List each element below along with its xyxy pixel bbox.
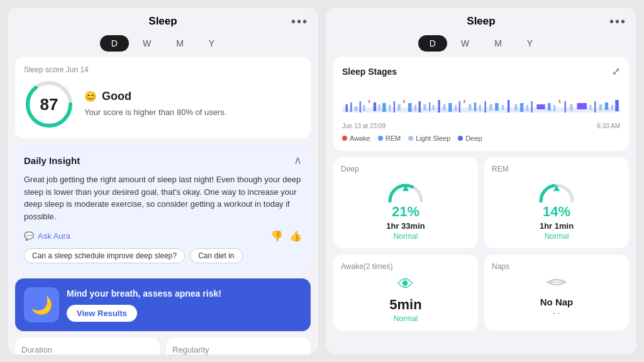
legend-light: Light Sleep	[408, 134, 450, 142]
suggestion-chip-1[interactable]: Can diet in	[190, 248, 242, 263]
svg-rect-52	[615, 100, 619, 111]
svg-rect-26	[459, 101, 460, 112]
chevron-up-icon	[294, 155, 302, 166]
svg-rect-47	[589, 105, 591, 110]
svg-rect-30	[479, 105, 481, 111]
svg-rect-6	[360, 101, 361, 112]
svg-rect-28	[469, 104, 471, 111]
right-header: Sleep •••	[326, 8, 636, 33]
stages-svg	[342, 82, 620, 120]
svg-rect-46	[577, 103, 586, 109]
tab-d-right[interactable]: D	[418, 35, 447, 52]
left-header: Sleep •••	[8, 8, 318, 33]
svg-rect-16	[408, 103, 412, 112]
svg-rect-3	[346, 104, 348, 112]
score-header: Sleep score Jun 14	[24, 65, 302, 74]
left-title: Sleep	[148, 15, 177, 28]
tab-m-right[interactable]: M	[483, 35, 513, 52]
deep-percent: 21%	[392, 204, 419, 220]
nap-icon	[545, 275, 568, 294]
feedback-buttons: 👎 👍	[270, 230, 302, 242]
promo-button[interactable]: View Results	[67, 305, 137, 322]
svg-rect-4	[350, 102, 352, 112]
svg-rect-25	[455, 105, 457, 111]
suggestion-chip-0[interactable]: Can a sleep schedule improve deep sleep?	[24, 248, 185, 263]
score-circle: 87	[24, 79, 74, 129]
legend-awake: Awake	[342, 134, 370, 142]
svg-rect-11	[382, 103, 386, 112]
rem-time: 1hr 1min	[540, 221, 574, 231]
eye-icon: 👁	[397, 275, 414, 294]
deep-legend-dot	[458, 136, 463, 141]
svg-rect-19	[423, 104, 426, 111]
svg-rect-14	[397, 104, 400, 111]
stages-expand-button[interactable]: ⤢	[612, 65, 620, 77]
svg-rect-51	[611, 105, 613, 110]
stages-time-end: 6:33 AM	[597, 123, 620, 129]
rem-legend-dot	[378, 136, 383, 141]
svg-rect-27	[464, 100, 465, 103]
rem-percent: 14%	[543, 204, 570, 220]
deep-legend-label: Deep	[465, 134, 482, 142]
svg-rect-32	[489, 104, 492, 111]
legend-deep: Deep	[458, 134, 482, 142]
nap-text: No Nap	[540, 297, 574, 307]
svg-rect-23	[443, 104, 445, 111]
suggestion-chips: Can a sleep schedule improve deep sleep?…	[24, 248, 302, 263]
right-more-button[interactable]: •••	[609, 14, 626, 29]
svg-rect-43	[559, 100, 560, 103]
left-content: Sleep score Jun 14 87 😊 Good	[8, 57, 318, 354]
left-panel: Sleep ••• D W M Y Sleep score Jun 14	[8, 8, 318, 354]
stages-header: Sleep Stages ⤢	[342, 65, 620, 77]
svg-rect-42	[553, 105, 555, 111]
svg-rect-5	[355, 106, 357, 111]
insight-collapse-button[interactable]	[294, 153, 302, 167]
sleep-score-card: Sleep score Jun 14 87 😊 Good	[15, 57, 311, 138]
deep-rem-row: Deep 21% 1hr 33min Normal REM	[333, 157, 629, 248]
tab-w-left[interactable]: W	[131, 35, 162, 52]
svg-rect-18	[419, 101, 421, 112]
awake-legend-dot	[342, 136, 347, 141]
deep-status: Normal	[394, 232, 418, 241]
sleep-stages-card: Sleep Stages ⤢	[333, 57, 629, 151]
awake-time: 5min	[389, 297, 421, 313]
svg-rect-36	[514, 104, 517, 111]
promo-text: Mind your breath, assess apnea risk!	[67, 288, 302, 299]
tab-y-left[interactable]: Y	[197, 35, 226, 52]
left-tab-bar: D W M Y	[8, 33, 318, 57]
awake-legend-label: Awake	[350, 134, 370, 142]
insight-actions: 💬 Ask Aura 👎 👍	[24, 230, 302, 242]
ask-aura-button[interactable]: 💬 Ask Aura	[24, 231, 70, 241]
awake-label: Awake(2 times)	[341, 262, 392, 271]
awake-card: Awake(2 times) 👁 5min Normal	[333, 255, 478, 331]
score-emoji-row: 😊 Good	[84, 90, 302, 103]
awake-status: Normal	[394, 314, 418, 323]
svg-rect-31	[485, 101, 486, 112]
svg-rect-13	[394, 101, 395, 112]
svg-rect-50	[605, 102, 609, 110]
right-panel: Sleep ••• D W M Y Sleep Stages ⤢	[326, 8, 636, 354]
svg-rect-37	[520, 103, 524, 112]
bottom-row: Duration Regularity	[15, 337, 311, 354]
score-emoji: 😊	[84, 90, 97, 102]
svg-rect-10	[378, 104, 380, 111]
svg-rect-44	[565, 101, 566, 112]
right-content: Sleep Stages ⤢	[326, 57, 636, 354]
stages-time-start: Jun 13 at 23:09	[342, 123, 386, 129]
svg-rect-9	[374, 102, 376, 111]
thumbs-up-button[interactable]: 👍	[289, 230, 302, 242]
aura-icon: 💬	[24, 231, 34, 241]
tab-d-left[interactable]: D	[100, 35, 129, 52]
promo-icon: 🌙	[24, 287, 59, 322]
tab-y-right[interactable]: Y	[516, 35, 544, 52]
tab-w-right[interactable]: W	[450, 35, 480, 52]
tab-m-left[interactable]: M	[165, 35, 195, 52]
regularity-card: Regularity	[166, 337, 311, 354]
insight-header: Daily Insight	[24, 153, 302, 167]
right-title: Sleep	[467, 15, 495, 28]
left-more-button[interactable]: •••	[291, 14, 308, 29]
svg-rect-20	[429, 102, 430, 111]
insight-text: Great job getting the right amount of sl…	[24, 173, 302, 222]
stages-title: Sleep Stages	[342, 67, 397, 77]
thumbs-down-button[interactable]: 👎	[270, 230, 283, 242]
